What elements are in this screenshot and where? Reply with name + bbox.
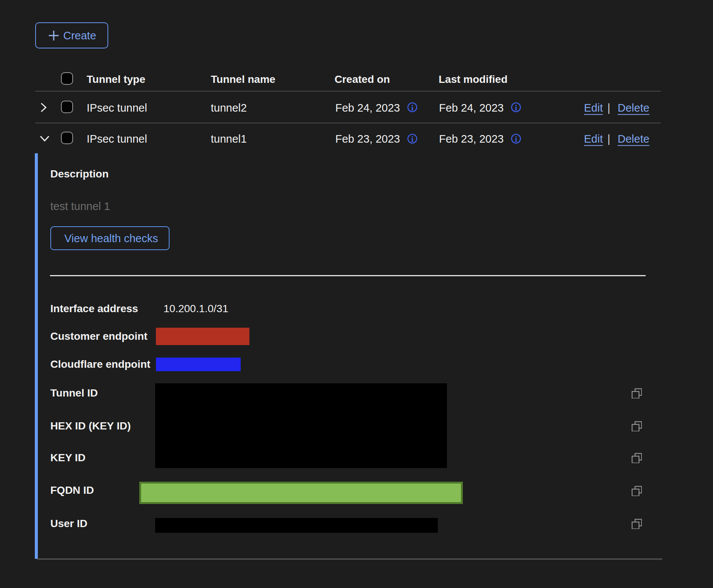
svg-text:i: i bbox=[515, 134, 517, 144]
svg-text:i: i bbox=[411, 103, 413, 112]
svg-text:i: i bbox=[515, 103, 517, 112]
svg-text:i: i bbox=[411, 134, 413, 144]
